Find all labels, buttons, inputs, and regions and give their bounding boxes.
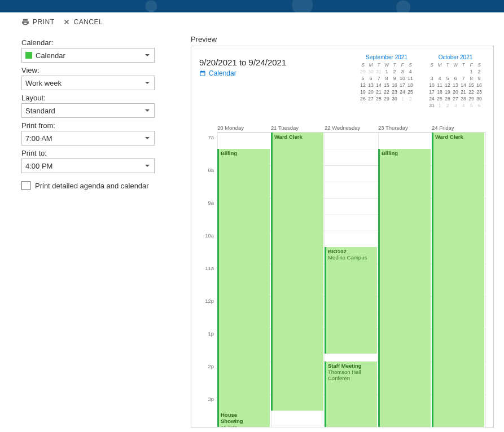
hour-label: 1p xyxy=(199,330,214,363)
calendar-event[interactable]: Ward Clerk xyxy=(271,133,323,411)
view-select-value: Work week xyxy=(25,79,62,87)
chevron-down-icon xyxy=(145,137,150,139)
calendar-event[interactable]: Staff MeetingThomson Hall Conferen xyxy=(325,362,377,427)
preview-pane: 9/20/2021 to 9/24/2021 Calendar Septembe… xyxy=(191,46,494,427)
chevron-down-icon xyxy=(145,109,150,112)
chevron-down-icon xyxy=(145,82,150,84)
view-field-label: View: xyxy=(21,66,166,74)
toolbar: PRINT CANCEL xyxy=(0,12,504,29)
mini-calendar-title: October 2021 xyxy=(428,54,483,60)
print-to-select-value: 4:00 PM xyxy=(25,162,52,170)
calendar-event[interactable]: BIO102Medina Campus xyxy=(325,247,377,354)
hour-label: 2p xyxy=(199,363,214,395)
detailed-agenda-label: Print detailed agenda and calendar xyxy=(35,182,149,190)
cancel-button[interactable]: CANCEL xyxy=(63,18,103,26)
app-header-decoration xyxy=(0,0,504,12)
hour-label: 7a xyxy=(199,134,214,166)
day-header: 23 Thursday xyxy=(378,124,432,132)
calendar-event[interactable]: House Showing15 Cer xyxy=(217,411,257,427)
view-select[interactable]: Work week xyxy=(21,76,155,90)
print-from-select[interactable]: 7:00 AM xyxy=(21,131,155,146)
hour-label: 11a xyxy=(199,265,214,297)
day-header: 20 Monday xyxy=(217,124,271,132)
detailed-agenda-checkbox[interactable] xyxy=(21,181,30,190)
day-header: 22 Wednesday xyxy=(325,124,378,132)
preview-label: Preview xyxy=(191,35,494,43)
print-from-field-label: Print from: xyxy=(21,121,166,130)
print-options-panel: Calendar: Calendar View: Work week Layou… xyxy=(21,35,166,427)
chevron-down-icon xyxy=(145,165,150,167)
calendar-event[interactable]: Billing xyxy=(217,149,270,427)
day-header: 24 Friday xyxy=(432,124,485,132)
mini-calendar: October 2021SMTWTFS123456789101112131415… xyxy=(428,54,483,109)
hour-label: 3p xyxy=(199,395,214,427)
print-from-select-value: 7:00 AM xyxy=(25,134,52,143)
calendar-link-label: Calendar xyxy=(209,69,236,77)
calendar-event[interactable]: Ward Clerk xyxy=(432,133,484,427)
hour-label: 10a xyxy=(199,232,214,265)
printer-icon xyxy=(21,18,29,26)
print-to-select[interactable]: 4:00 PM xyxy=(21,158,155,173)
print-button[interactable]: PRINT xyxy=(21,18,55,26)
cancel-button-label: CANCEL xyxy=(74,18,103,26)
calendar-field-label: Calendar: xyxy=(21,38,166,47)
calendar-event[interactable]: Billing xyxy=(378,149,431,427)
calendar-select-value: Calendar xyxy=(36,51,65,60)
day-header: 21 Tuesday xyxy=(271,124,325,132)
calendar-color-swatch xyxy=(25,52,32,59)
calendar-icon xyxy=(199,70,206,77)
day-headers-row: 20 Monday21 Tuesday22 Wednesday23 Thursd… xyxy=(217,124,485,133)
chevron-down-icon xyxy=(145,54,150,56)
layout-select-value: Standard xyxy=(25,107,55,115)
print-button-label: PRINT xyxy=(33,18,55,26)
print-to-field-label: Print to: xyxy=(21,149,166,157)
close-icon xyxy=(63,18,71,26)
hour-label: 8a xyxy=(199,166,214,199)
mini-calendar-title: September 2021 xyxy=(359,54,414,60)
hour-label: 9a xyxy=(199,199,214,232)
hour-label: 12p xyxy=(199,297,214,330)
calendar-grid: 20 Monday21 Tuesday22 Wednesday23 Thursd… xyxy=(199,124,485,427)
layout-field-label: Layout: xyxy=(21,94,166,102)
layout-select[interactable]: Standard xyxy=(21,103,155,118)
mini-calendar: September 2021SMTWTFS2930311234567891011… xyxy=(359,54,414,109)
calendar-select[interactable]: Calendar xyxy=(21,48,155,63)
